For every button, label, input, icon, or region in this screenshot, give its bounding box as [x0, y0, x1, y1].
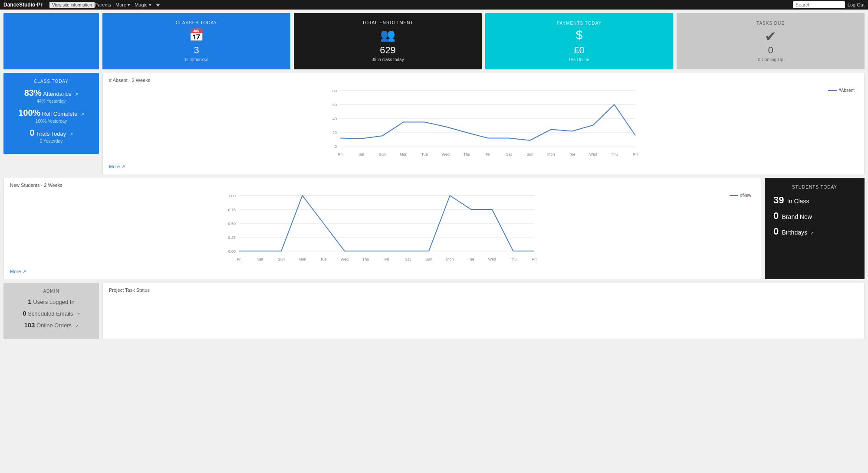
absent-chart-wrap: #Absent 80 60 40 20 0 — [109, 86, 858, 161]
svg-text:0: 0 — [335, 144, 337, 149]
svg-text:40: 40 — [332, 117, 337, 121]
class-today-card: CLASS TODAY 83% Attendance ↗ 44% Yesterd… — [3, 73, 99, 154]
svg-text:Thu: Thu — [464, 152, 470, 157]
online-orders-count: 103 — [24, 321, 35, 329]
svg-text:Tue: Tue — [421, 152, 428, 157]
new-students-svg: 1.00 0.75 0.50 0.25 0.00 Fri Sat Sun Mon… — [10, 191, 755, 265]
online-orders-label: Online Orders — [36, 322, 72, 329]
svg-text:Mon: Mon — [299, 257, 306, 261]
payments-value: £0 — [574, 45, 584, 56]
view-site-button[interactable]: View site information — [49, 2, 95, 8]
absent-legend-label: #Absent — [838, 88, 855, 93]
birthdays-count: 0 — [773, 226, 779, 237]
new-legend-label: #New — [740, 193, 751, 198]
emails-link[interactable]: ↗ — [76, 312, 80, 316]
attendance-row: 83% Attendance ↗ 44% Yesterday — [12, 88, 90, 104]
new-students-card: New Students - 2 Weeks #New 1.00 0.75 — [3, 178, 761, 279]
nav-magic[interactable]: Magic ▾ — [135, 2, 151, 8]
roll-text: Roll Complete — [42, 111, 78, 117]
svg-text:Wed: Wed — [488, 257, 496, 261]
svg-text:Fri: Fri — [237, 257, 242, 261]
navbar: DanceStudio-Pr View site information Par… — [0, 0, 868, 10]
online-orders-row: 103 Online Orders ↗ — [12, 321, 90, 329]
absent-legend-line — [828, 90, 837, 91]
enrollment-value: 629 — [380, 45, 396, 56]
users-logged-row: 1 Users Logged In — [12, 298, 90, 305]
brand-new-text: Brand New — [782, 213, 812, 220]
classes-today-value: 3 — [194, 45, 199, 56]
tasks-sub: 0 Coming Up — [758, 57, 783, 62]
classes-today-card[interactable]: CLASSES TODAY 📅 3 8 Tomorrow — [102, 13, 290, 69]
svg-text:0.00: 0.00 — [228, 249, 236, 254]
attendance-sub: 44% Yesterday — [12, 99, 90, 104]
navbar-right: Log Out — [793, 1, 865, 8]
svg-text:Sun: Sun — [425, 257, 432, 261]
tasks-value: 0 — [768, 45, 773, 56]
svg-text:Sat: Sat — [358, 152, 365, 157]
svg-text:60: 60 — [332, 103, 337, 107]
trials-link[interactable]: ↗ — [69, 132, 73, 137]
class-today-label: CLASS TODAY — [12, 79, 90, 84]
users-label: Users Logged In — [33, 299, 74, 305]
in-class-count: 39 — [773, 195, 784, 206]
search-input[interactable] — [793, 1, 845, 8]
students-today-card: STUDENTS TODAY 39 In Class 0 Brand New 0… — [765, 178, 865, 279]
calendar-icon: 📅 — [189, 28, 204, 42]
svg-text:0.50: 0.50 — [228, 222, 236, 226]
classes-today-label: CLASSES TODAY — [176, 20, 217, 25]
absent-chart-more[interactable]: More ↗ — [109, 164, 858, 170]
trials-count: 0 — [30, 128, 34, 137]
svg-text:Wed: Wed — [442, 152, 450, 157]
nav-star[interactable]: ★ — [156, 2, 160, 8]
scheduled-emails-label: Scheduled Emails — [28, 310, 73, 317]
svg-text:Fri: Fri — [486, 152, 490, 157]
svg-text:Wed: Wed — [589, 152, 597, 157]
payments-today-card[interactable]: PAYMENTS TODAY $ £0 0% Online — [485, 13, 673, 69]
admin-card: ADMIN 1 Users Logged In 0 Scheduled Emai… — [3, 283, 99, 339]
attendance-pct: 83% — [24, 88, 42, 98]
task-status-card: Project Task Status — [102, 283, 865, 339]
total-enrollment-card[interactable]: TOTAL ENROLLMENT 👥 629 39 in class today — [294, 13, 482, 69]
nav-more[interactable]: More ▾ — [115, 2, 130, 8]
svg-text:Tue: Tue — [468, 257, 474, 261]
hero-card — [3, 13, 99, 69]
task-status-title: Project Task Status — [109, 287, 858, 293]
attendance-text: Attendance — [43, 91, 72, 97]
nav-parents[interactable]: Parents — [95, 2, 111, 7]
enrollment-sub: 39 in class today — [372, 57, 404, 62]
svg-text:Mon: Mon — [400, 152, 408, 157]
brand-logo[interactable]: DanceStudio-Pr — [3, 2, 43, 8]
svg-text:Fri: Fri — [633, 152, 638, 157]
enrollment-label: TOTAL ENROLLMENT — [362, 20, 413, 25]
svg-text:Sun: Sun — [278, 257, 285, 261]
scheduled-emails-row: 0 Scheduled Emails ↗ — [12, 310, 90, 317]
logout-button[interactable]: Log Out — [848, 2, 865, 7]
svg-text:20: 20 — [332, 130, 337, 135]
roll-sub: 100% Yesterday — [12, 119, 90, 124]
svg-text:Thu: Thu — [611, 152, 618, 157]
scheduled-emails-count: 0 — [23, 310, 26, 317]
tasks-label: TASKS DUE — [756, 21, 785, 26]
admin-row: ADMIN 1 Users Logged In 0 Scheduled Emai… — [3, 283, 865, 339]
absent-chart-title: # Absent - 2 Weeks — [109, 78, 858, 83]
roll-row: 100% Roll Complete ↗ 100% Yesterday — [12, 108, 90, 124]
tasks-due-card[interactable]: TASKS DUE ✔ 0 0 Coming Up — [677, 13, 865, 69]
absent-chart-section: # Absent - 2 Weeks #Absent 80 — [102, 73, 865, 174]
svg-text:Tue: Tue — [320, 257, 327, 261]
svg-text:Sat: Sat — [257, 257, 263, 261]
svg-text:Thu: Thu — [362, 257, 369, 261]
users-count: 1 — [28, 298, 31, 305]
new-students-chart-wrap: #New 1.00 0.75 0.50 0.25 0.00 — [10, 191, 755, 266]
roll-link[interactable]: ↗ — [81, 112, 84, 117]
orders-link[interactable]: ↗ — [75, 323, 79, 328]
roll-pct: 100% — [18, 108, 40, 117]
trials-sub: 0 Yesterday — [12, 139, 90, 144]
new-legend-line — [730, 195, 738, 196]
birthdays-link[interactable]: ↗ — [810, 231, 814, 235]
svg-text:Sat: Sat — [506, 152, 512, 157]
attendance-link[interactable]: ↗ — [75, 92, 78, 97]
new-students-more[interactable]: More ↗ — [10, 269, 755, 274]
svg-text:Tue: Tue — [569, 152, 575, 157]
new-students-title: New Students - 2 Weeks — [10, 183, 755, 188]
admin-label: ADMIN — [12, 289, 90, 294]
